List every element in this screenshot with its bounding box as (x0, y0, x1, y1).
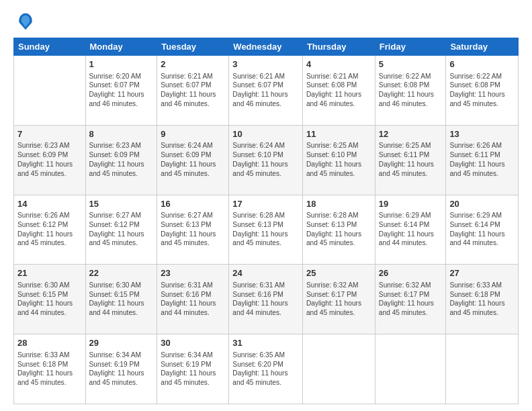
day-cell: 13Sunrise: 6:26 AMSunset: 6:11 PMDayligh… (446, 125, 519, 195)
weekday-header-row: SundayMondayTuesdayWednesdayThursdayFrid… (14, 38, 519, 56)
day-cell: 16Sunrise: 6:27 AMSunset: 6:13 PMDayligh… (157, 195, 229, 265)
day-info: Sunrise: 6:31 AMSunset: 6:16 PMDaylight:… (232, 281, 299, 318)
weekday-tuesday: Tuesday (157, 38, 229, 56)
day-number: 13 (449, 128, 515, 140)
day-cell: 14Sunrise: 6:26 AMSunset: 6:12 PMDayligh… (14, 195, 86, 265)
day-info: Sunrise: 6:34 AMSunset: 6:19 PMDaylight:… (89, 351, 154, 387)
day-cell: 7Sunrise: 6:23 AMSunset: 6:09 PMDaylight… (14, 125, 86, 195)
day-number: 17 (232, 198, 299, 210)
day-cell: 27Sunrise: 6:33 AMSunset: 6:18 PMDayligh… (446, 265, 519, 334)
calendar-table: SundayMondayTuesdayWednesdayThursdayFrid… (13, 38, 519, 404)
day-number: 4 (306, 58, 371, 71)
day-number: 20 (449, 198, 515, 210)
weekday-thursday: Thursday (302, 38, 375, 56)
week-row-2: 14Sunrise: 6:26 AMSunset: 6:12 PMDayligh… (14, 195, 519, 265)
day-cell: 21Sunrise: 6:30 AMSunset: 6:15 PMDayligh… (14, 265, 86, 334)
day-cell (14, 56, 86, 126)
day-info: Sunrise: 6:25 AMSunset: 6:10 PMDaylight:… (306, 141, 371, 178)
day-cell: 20Sunrise: 6:29 AMSunset: 6:14 PMDayligh… (446, 195, 519, 265)
day-number: 6 (449, 58, 515, 71)
day-info: Sunrise: 6:24 AMSunset: 6:10 PMDaylight:… (232, 141, 299, 178)
week-row-4: 28Sunrise: 6:33 AMSunset: 6:18 PMDayligh… (14, 334, 519, 404)
day-cell (302, 334, 375, 404)
day-info: Sunrise: 6:30 AMSunset: 6:15 PMDaylight:… (17, 281, 82, 318)
weekday-friday: Friday (375, 38, 446, 56)
weekday-sunday: Sunday (14, 38, 86, 56)
day-cell: 17Sunrise: 6:28 AMSunset: 6:13 PMDayligh… (229, 195, 303, 265)
day-info: Sunrise: 6:25 AMSunset: 6:11 PMDaylight:… (379, 141, 443, 178)
day-cell (446, 334, 519, 404)
day-number: 9 (161, 128, 225, 140)
day-cell: 11Sunrise: 6:25 AMSunset: 6:10 PMDayligh… (302, 125, 375, 195)
logo-icon (16, 12, 35, 31)
logo (13, 12, 35, 31)
day-cell: 2Sunrise: 6:21 AMSunset: 6:07 PMDaylight… (157, 56, 229, 126)
day-number: 5 (379, 58, 443, 71)
day-number: 24 (232, 267, 299, 279)
day-info: Sunrise: 6:31 AMSunset: 6:16 PMDaylight:… (161, 281, 225, 318)
day-info: Sunrise: 6:21 AMSunset: 6:08 PMDaylight:… (306, 72, 371, 109)
day-info: Sunrise: 6:20 AMSunset: 6:07 PMDaylight:… (89, 72, 154, 109)
day-info: Sunrise: 6:29 AMSunset: 6:14 PMDaylight:… (449, 211, 515, 248)
day-number: 26 (379, 267, 443, 279)
day-cell: 12Sunrise: 6:25 AMSunset: 6:11 PMDayligh… (375, 125, 446, 195)
day-number: 14 (17, 198, 82, 210)
day-cell (375, 334, 446, 404)
day-cell: 1Sunrise: 6:20 AMSunset: 6:07 PMDaylight… (85, 56, 157, 126)
day-info: Sunrise: 6:32 AMSunset: 6:17 PMDaylight:… (306, 281, 371, 318)
day-cell: 26Sunrise: 6:32 AMSunset: 6:17 PMDayligh… (375, 265, 446, 334)
day-cell: 6Sunrise: 6:22 AMSunset: 6:08 PMDaylight… (446, 56, 519, 126)
day-number: 21 (17, 267, 82, 279)
day-number: 19 (379, 198, 443, 210)
day-info: Sunrise: 6:32 AMSunset: 6:17 PMDaylight:… (379, 281, 443, 318)
week-row-0: 1Sunrise: 6:20 AMSunset: 6:07 PMDaylight… (14, 56, 519, 126)
week-row-3: 21Sunrise: 6:30 AMSunset: 6:15 PMDayligh… (14, 265, 519, 334)
day-cell: 8Sunrise: 6:23 AMSunset: 6:09 PMDaylight… (85, 125, 157, 195)
day-info: Sunrise: 6:29 AMSunset: 6:14 PMDaylight:… (379, 211, 443, 248)
header (13, 12, 519, 31)
day-number: 15 (89, 198, 154, 210)
day-cell: 31Sunrise: 6:35 AMSunset: 6:20 PMDayligh… (229, 334, 303, 404)
day-info: Sunrise: 6:22 AMSunset: 6:08 PMDaylight:… (449, 72, 515, 109)
day-info: Sunrise: 6:23 AMSunset: 6:09 PMDaylight:… (89, 141, 154, 178)
week-row-1: 7Sunrise: 6:23 AMSunset: 6:09 PMDaylight… (14, 125, 519, 195)
day-info: Sunrise: 6:21 AMSunset: 6:07 PMDaylight:… (161, 72, 225, 109)
day-number: 18 (306, 198, 371, 210)
day-cell: 18Sunrise: 6:28 AMSunset: 6:13 PMDayligh… (302, 195, 375, 265)
day-cell: 28Sunrise: 6:33 AMSunset: 6:18 PMDayligh… (14, 334, 86, 404)
day-number: 23 (161, 267, 225, 279)
day-cell: 3Sunrise: 6:21 AMSunset: 6:07 PMDaylight… (229, 56, 303, 126)
day-cell: 22Sunrise: 6:30 AMSunset: 6:15 PMDayligh… (85, 265, 157, 334)
weekday-monday: Monday (85, 38, 157, 56)
day-number: 29 (89, 337, 154, 349)
day-info: Sunrise: 6:26 AMSunset: 6:12 PMDaylight:… (17, 211, 82, 248)
day-number: 16 (161, 198, 225, 210)
day-info: Sunrise: 6:33 AMSunset: 6:18 PMDaylight:… (449, 281, 515, 318)
day-number: 10 (232, 128, 299, 140)
day-info: Sunrise: 6:28 AMSunset: 6:13 PMDaylight:… (232, 211, 299, 248)
day-info: Sunrise: 6:30 AMSunset: 6:15 PMDaylight:… (89, 281, 154, 318)
day-info: Sunrise: 6:23 AMSunset: 6:09 PMDaylight:… (17, 141, 82, 178)
day-info: Sunrise: 6:28 AMSunset: 6:13 PMDaylight:… (306, 211, 371, 248)
day-number: 8 (89, 128, 154, 140)
day-cell: 9Sunrise: 6:24 AMSunset: 6:09 PMDaylight… (157, 125, 229, 195)
day-info: Sunrise: 6:35 AMSunset: 6:20 PMDaylight:… (232, 351, 299, 387)
weekday-saturday: Saturday (446, 38, 519, 56)
day-cell: 15Sunrise: 6:27 AMSunset: 6:12 PMDayligh… (85, 195, 157, 265)
day-number: 12 (379, 128, 443, 140)
day-number: 30 (161, 337, 225, 349)
day-number: 25 (306, 267, 371, 279)
day-info: Sunrise: 6:24 AMSunset: 6:09 PMDaylight:… (161, 141, 225, 178)
day-number: 11 (306, 128, 371, 140)
day-info: Sunrise: 6:26 AMSunset: 6:11 PMDaylight:… (449, 141, 515, 178)
page: SundayMondayTuesdayWednesdayThursdayFrid… (0, 0, 532, 411)
day-info: Sunrise: 6:21 AMSunset: 6:07 PMDaylight:… (232, 72, 299, 109)
day-cell: 5Sunrise: 6:22 AMSunset: 6:08 PMDaylight… (375, 56, 446, 126)
day-cell: 4Sunrise: 6:21 AMSunset: 6:08 PMDaylight… (302, 56, 375, 126)
day-info: Sunrise: 6:33 AMSunset: 6:18 PMDaylight:… (17, 351, 82, 387)
day-number: 1 (89, 58, 154, 71)
day-cell: 10Sunrise: 6:24 AMSunset: 6:10 PMDayligh… (229, 125, 303, 195)
day-number: 27 (449, 267, 515, 279)
day-number: 2 (161, 58, 225, 71)
day-cell: 30Sunrise: 6:34 AMSunset: 6:19 PMDayligh… (157, 334, 229, 404)
